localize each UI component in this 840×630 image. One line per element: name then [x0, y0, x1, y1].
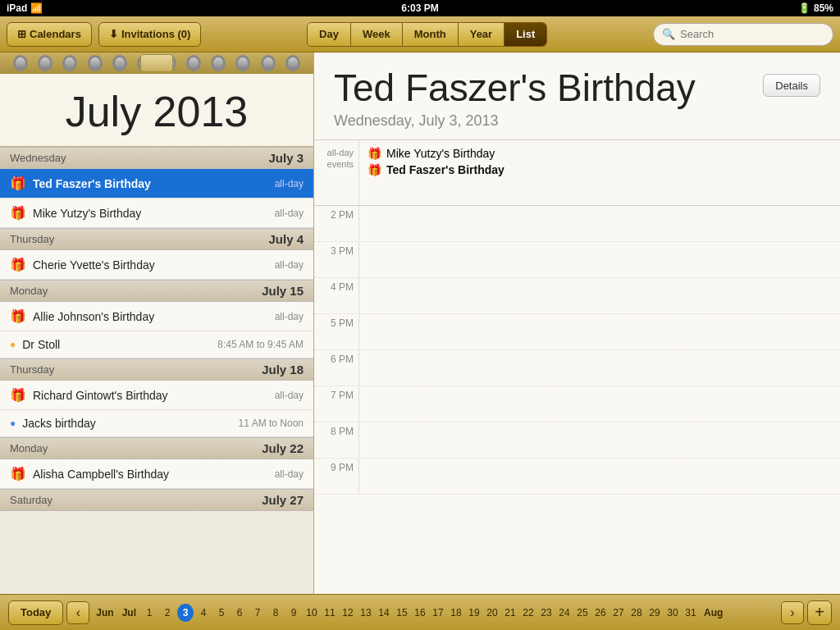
strip-day[interactable]: 23: [538, 604, 555, 622]
strip-day[interactable]: 10: [304, 604, 320, 622]
strip-day[interactable]: 24: [556, 604, 573, 622]
calendars-button[interactable]: ⊞ Calendars: [7, 22, 92, 47]
device-label: iPad: [7, 2, 27, 14]
strip-day[interactable]: 21: [502, 604, 518, 622]
strip-day[interactable]: 2: [159, 604, 176, 622]
grid-icon: ⊞: [17, 28, 26, 40]
time-label: 8 PM: [314, 422, 359, 458]
strip-day[interactable]: 8: [267, 604, 284, 622]
event-time: 11 AM to Noon: [239, 418, 304, 429]
event-list: Wednesday July 3 🎁 Ted Faszer's Birthday…: [0, 147, 313, 594]
event-time: all-day: [275, 390, 304, 401]
search-input[interactable]: [680, 28, 811, 40]
time-slot: [359, 278, 840, 313]
prev-button[interactable]: ‹: [66, 601, 89, 624]
strip-day[interactable]: 29: [646, 604, 663, 622]
left-panel: July 2013 Wednesday July 3 🎁 Ted Faszer'…: [0, 52, 314, 594]
spiral-ring: [261, 55, 276, 71]
tab-month[interactable]: Month: [403, 23, 459, 46]
time-slot: [359, 459, 840, 494]
strip-day[interactable]: 4: [195, 604, 212, 622]
spiral-ring: [88, 55, 103, 71]
list-item[interactable]: 🎁 Allie Johnson's Birthday all-day: [0, 302, 313, 331]
strip-day[interactable]: 13: [358, 604, 374, 622]
birthday-icon: 🎁: [10, 308, 26, 324]
main-content: July 2013 Wednesday July 3 🎁 Ted Faszer'…: [0, 52, 840, 594]
list-item[interactable]: 🎁 Richard Gintowt's Birthday all-day: [0, 381, 313, 410]
strip-day[interactable]: 22: [520, 604, 536, 622]
strip-day[interactable]: 14: [376, 604, 392, 622]
tab-list[interactable]: List: [504, 23, 546, 46]
strip-day[interactable]: 20: [484, 604, 500, 622]
strip-day[interactable]: 5: [213, 604, 230, 622]
time-row: 3 PM: [314, 242, 840, 278]
strip-day[interactable]: 6: [231, 604, 248, 622]
event-title: Allie Johnson's Birthday: [33, 310, 268, 323]
strip-day[interactable]: 9: [285, 604, 302, 622]
time-slot: [359, 242, 840, 277]
strip-day[interactable]: 1: [141, 604, 158, 622]
battery-icon: 🔋: [798, 2, 810, 14]
today-button[interactable]: Today: [8, 600, 63, 625]
clock: 6:03 PM: [401, 2, 438, 14]
all-day-events: 🎁 Mike Yutzy's Birthday 🎁 Ted Faszer's B…: [359, 140, 840, 205]
time-row: 9 PM: [314, 459, 840, 495]
tab-day[interactable]: Day: [308, 23, 351, 46]
strip-day[interactable]: 25: [574, 604, 591, 622]
add-event-button[interactable]: +: [807, 600, 832, 625]
list-item[interactable]: 🎁 Alisha Campbell's Birthday all-day: [0, 459, 313, 489]
invitations-button[interactable]: ⬇ Invitations (0): [98, 22, 202, 47]
strip-day[interactable]: 30: [664, 604, 681, 622]
search-box[interactable]: 🔍: [653, 23, 833, 46]
strip-day[interactable]: 16: [412, 604, 428, 622]
strip-month-aug[interactable]: Aug: [701, 605, 726, 620]
strip-month-jul[interactable]: Jul: [119, 605, 139, 620]
date-header: Thursday July 18: [0, 358, 313, 381]
time-slot: [359, 386, 840, 422]
birthday-icon: 🎁: [10, 205, 26, 221]
spiral-ring: [38, 55, 52, 71]
tab-week[interactable]: Week: [351, 23, 403, 46]
strip-day[interactable]: 27: [610, 604, 627, 622]
strip-day-today[interactable]: 3: [177, 604, 194, 622]
event-main-title: Ted Faszer's Birthday: [334, 67, 696, 109]
next-button[interactable]: ›: [781, 601, 804, 624]
strip-day[interactable]: 7: [249, 604, 266, 622]
strip-day[interactable]: 26: [592, 604, 609, 622]
date-header: Monday July 15: [0, 280, 313, 302]
strip-day[interactable]: 28: [628, 604, 645, 622]
list-item[interactable]: 🎁 Mike Yutzy's Birthday all-day: [0, 199, 313, 228]
list-item[interactable]: ● Jacks birthday 11 AM to Noon: [0, 410, 313, 437]
all-day-event-item[interactable]: 🎁 Ted Faszer's Birthday: [368, 163, 832, 176]
event-time: all-day: [275, 178, 304, 189]
all-day-section: all-day events 🎁 Mike Yutzy's Birthday 🎁…: [314, 140, 840, 206]
strip-day[interactable]: 12: [340, 604, 356, 622]
time-slot: [359, 422, 840, 458]
strip-day[interactable]: 18: [448, 604, 464, 622]
event-title: Alisha Campbell's Birthday: [33, 468, 268, 481]
toolbar: ⊞ Calendars ⬇ Invitations (0) Day Week M…: [0, 16, 840, 52]
tab-year[interactable]: Year: [459, 23, 504, 46]
strip-day[interactable]: 31: [682, 604, 699, 622]
details-button[interactable]: Details: [763, 74, 820, 97]
event-detail-header: Ted Faszer's Birthday Wednesday, July 3,…: [314, 52, 840, 140]
all-day-label-col: all-day events: [314, 140, 359, 205]
time-slot: [359, 206, 840, 241]
list-item[interactable]: 🎁 Cherie Yvette's Birthday all-day: [0, 250, 313, 280]
strip-day[interactable]: 11: [322, 604, 338, 622]
time-row: 8 PM: [314, 422, 840, 459]
all-day-event-item[interactable]: 🎁 Mike Yutzy's Birthday: [368, 147, 832, 160]
all-day-event-title: Mike Yutzy's Birthday: [386, 147, 495, 160]
strip-day[interactable]: 19: [466, 604, 482, 622]
time-label: 3 PM: [314, 242, 359, 277]
strip-day[interactable]: 15: [394, 604, 410, 622]
birthday-icon: 🎁: [10, 176, 26, 191]
list-item[interactable]: 🎁 Ted Faszer's Birthday all-day: [0, 169, 313, 199]
wifi-icon: 📶: [30, 2, 43, 14]
day-timeline: all-day events 🎁 Mike Yutzy's Birthday 🎁…: [314, 140, 840, 594]
strip-day[interactable]: 17: [430, 604, 446, 622]
list-item[interactable]: ● Dr Stoll 8:45 AM to 9:45 AM: [0, 331, 313, 358]
strip-month-jun[interactable]: Jun: [93, 605, 116, 620]
spiral-ring: [235, 55, 250, 71]
time-slot: [359, 314, 840, 349]
